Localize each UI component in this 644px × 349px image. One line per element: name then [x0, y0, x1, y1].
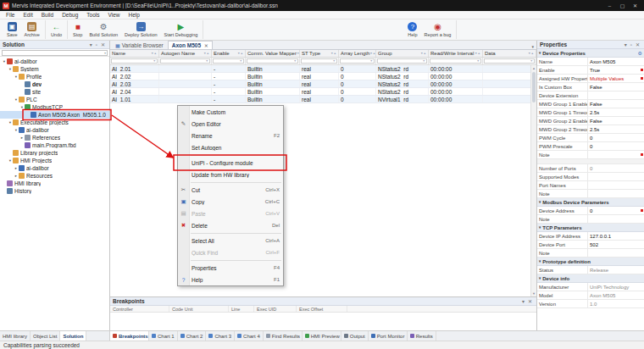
property-value[interactable]: 0: [588, 207, 644, 214]
sort-filter-icon[interactable]: ▼▲: [151, 52, 157, 55]
sort-filter-icon[interactable]: ▼▲: [330, 52, 336, 55]
property-value[interactable]: [588, 173, 644, 180]
property-value[interactable]: 2.5s: [588, 125, 644, 133]
tree-item-ai-dalibor[interactable]: ▸ai-dalibor: [0, 164, 109, 172]
sort-filter-icon[interactable]: ▼▲: [237, 52, 243, 55]
column-header-autogen-name[interactable]: Autogen Name▼▲: [159, 50, 212, 57]
column-header-data[interactable]: Data▼▲: [483, 50, 536, 57]
property-value[interactable]: False: [588, 83, 644, 91]
tab-variable-browser[interactable]: ▦Variable Browser: [111, 41, 168, 49]
property-section-prototype-definition[interactable]: ▾Prototype definition: [537, 258, 644, 266]
context-menu-item-properties[interactable]: PropertiesF4: [178, 262, 283, 274]
tree-item-plc[interactable]: ▾PLC: [0, 96, 109, 103]
filter-input[interactable]: ▼: [247, 58, 298, 64]
ribbon-button-undo[interactable]: ←Undo: [47, 20, 65, 39]
property-value[interactable]: 502: [588, 241, 644, 248]
gear-icon[interactable]: ⚙: [638, 50, 642, 56]
property-value[interactable]: [588, 249, 644, 257]
bp-column-line[interactable]: Line: [229, 306, 254, 312]
tree-item-dev[interactable]: dev: [0, 80, 109, 88]
maximize-button[interactable]: ▢: [616, 0, 629, 11]
context-menu-item-cut[interactable]: ✂CutCtrl+X: [178, 184, 283, 196]
property-section-tcp-parameters[interactable]: ▾TCP Parameters: [537, 224, 644, 232]
property-value[interactable]: [588, 181, 644, 189]
chevron-down-icon[interactable]: ▾: [520, 298, 526, 304]
close-button[interactable]: ✕: [629, 0, 641, 11]
property-value[interactable]: 0: [588, 142, 644, 150]
ribbon-button-archive[interactable]: ▤Archive: [21, 20, 43, 39]
property-value[interactable]: True: [588, 66, 644, 74]
bp-column-code-unit[interactable]: Code Unit: [169, 306, 229, 312]
sort-filter-icon[interactable]: ▼▲: [369, 52, 375, 55]
filter-input[interactable]: ▼: [484, 58, 535, 64]
section-expander-icon[interactable]: ▾: [539, 200, 541, 204]
tree-item-executable-projects[interactable]: ▾Executable projects: [0, 119, 109, 126]
sort-filter-icon[interactable]: ▼▲: [528, 52, 534, 55]
property-value[interactable]: False: [588, 100, 644, 108]
tab-close-icon[interactable]: ✕: [204, 43, 208, 48]
column-header-enable[interactable]: Enable▼▲: [212, 50, 246, 57]
property-section-device-info[interactable]: ▾Device info: [537, 274, 644, 283]
tree-item-ai-dalibor[interactable]: ▾ai-dalibor: [0, 126, 109, 134]
bottom-tab-breakpoints[interactable]: Breakpoints: [110, 331, 149, 341]
context-menu-item-rename[interactable]: RenameF2: [178, 130, 283, 141]
bottom-tab-chart-2[interactable]: Chart 2: [178, 331, 207, 341]
filter-input[interactable]: ▼: [213, 58, 244, 64]
panel-tab-solution[interactable]: Solution: [60, 331, 86, 341]
column-header-read-write-interval[interactable]: Read/Write Interval▼▲: [429, 50, 483, 57]
scroll-up-icon[interactable]: ▲: [531, 65, 536, 71]
property-value[interactable]: Axon M505: [588, 291, 644, 299]
property-value[interactable]: UniPi Technology: [588, 283, 644, 291]
ribbon-button-build-solution[interactable]: ⚙Build Solution: [86, 20, 121, 39]
property-value[interactable]: 1.0: [588, 300, 644, 307]
tree-item-references[interactable]: ▸References: [0, 134, 109, 141]
scrollbar-thumb[interactable]: [532, 72, 536, 102]
property-section-device-properties[interactable]: ▾Device Properties⚙: [537, 49, 644, 58]
property-value[interactable]: Axon M505: [588, 58, 644, 65]
context-menu-item-select-all[interactable]: Select AllCtrl+A: [178, 235, 283, 247]
scroll-down-icon[interactable]: ▼: [531, 291, 536, 296]
tree-item-modbustcp[interactable]: ▾ModbusTCP: [0, 103, 109, 111]
ribbon-button-help[interactable]: ?Help: [404, 20, 420, 39]
column-header-group[interactable]: Group▼▲: [376, 50, 429, 57]
bottom-tab-output[interactable]: Output: [341, 331, 369, 341]
property-section-modbus-device-parameters[interactable]: ▾Modbus Device Parameters: [537, 198, 644, 207]
filter-input[interactable]: ▼: [430, 58, 481, 64]
bottom-tab-hmi-preview[interactable]: HMI Preview: [303, 331, 341, 341]
property-value[interactable]: 127.0.0.1: [588, 232, 644, 240]
table-row[interactable]: AI_2.02-Builtinreal0NStatus2_rd00:00:00: [110, 73, 536, 80]
vertical-scrollbar[interactable]: ▲ ▼: [530, 65, 536, 296]
minimize-button[interactable]: –: [603, 0, 616, 11]
property-value[interactable]: [588, 91, 644, 99]
menu-debug[interactable]: Debug: [58, 12, 82, 18]
panel-tab-object-list[interactable]: Object List: [31, 331, 60, 341]
bottom-tab-chart-4[interactable]: Chart 4: [235, 331, 264, 341]
table-row[interactable]: AI_2.03-Builtinreal0NStatus2_rd00:00:00: [110, 80, 536, 88]
tree-item-ai-dalibor[interactable]: ▾ai-dalibor: [0, 58, 109, 65]
property-value[interactable]: 0: [588, 134, 644, 141]
context-menu-item-paste[interactable]: ▤PasteCtrl+V: [178, 208, 283, 219]
section-expander-icon[interactable]: ▾: [539, 276, 541, 280]
property-value[interactable]: False: [588, 117, 644, 125]
close-icon[interactable]: ✕: [634, 42, 641, 47]
context-menu-item-quick-find[interactable]: Quick FindCtrl+F: [178, 247, 283, 258]
table-row[interactable]: AI_2.04-Builtinreal0NStatus2_rd00:00:00: [110, 88, 536, 96]
column-header-array-length[interactable]: Array Length▼▲: [339, 50, 376, 57]
menu-edit[interactable]: Edit: [19, 12, 36, 18]
tab-axon-m505[interactable]: Axon M505✕: [168, 41, 213, 49]
filter-input[interactable]: ▼: [160, 58, 210, 64]
table-row[interactable]: AI_1.01-Builtinreal0NVirtual1_rd00:00:00: [110, 96, 536, 103]
tree-item-system[interactable]: ▾System: [0, 65, 109, 73]
section-expander-icon[interactable]: ▾: [539, 259, 541, 263]
menu-file[interactable]: File: [2, 12, 19, 18]
menu-build[interactable]: Build: [37, 12, 58, 18]
context-menu-item-copy[interactable]: ▣CopyCtrl+C: [178, 196, 283, 208]
filter-input[interactable]: ▼: [301, 58, 337, 64]
sort-filter-icon[interactable]: ▼▲: [475, 52, 480, 55]
bottom-tab-results[interactable]: Results: [408, 331, 436, 341]
property-value[interactable]: Multiple Values: [588, 75, 644, 82]
tree-item-resources[interactable]: ▸Resources: [0, 172, 109, 180]
menu-view[interactable]: View: [104, 12, 125, 18]
menu-help[interactable]: Help: [124, 12, 143, 18]
bp-column-exec-uid[interactable]: Exec UID: [254, 306, 297, 312]
